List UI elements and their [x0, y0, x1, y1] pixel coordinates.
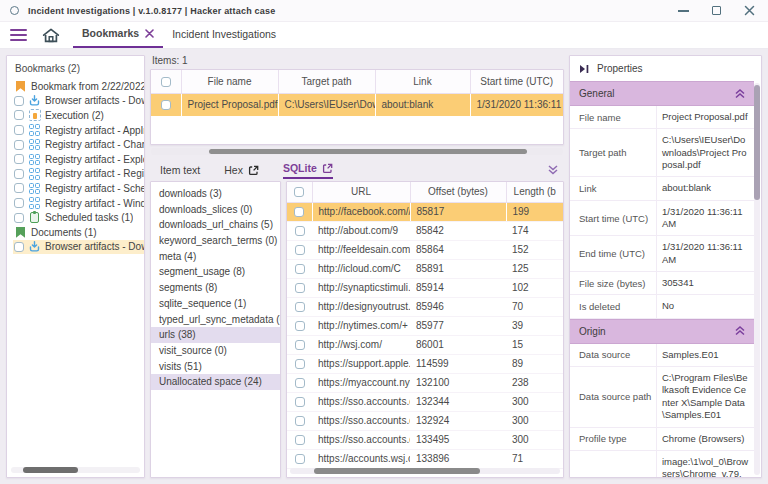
sqlite-table-item[interactable]: sqlite_sequence (1) [151, 296, 280, 312]
sqlite-table-item[interactable]: segment_usage (8) [151, 264, 280, 280]
sqlite-table-item[interactable]: visit_source (0) [151, 343, 280, 359]
checkbox[interactable] [295, 302, 305, 312]
url-row[interactable]: http://wsj.com/ 86001 15 [287, 335, 563, 354]
column-length[interactable]: Length (b [506, 182, 563, 202]
tree-item-registry[interactable]: Registry artifact - AppInitl [13, 123, 144, 138]
sqlite-table-item[interactable]: downloads_url_chains (5) [151, 217, 280, 233]
checkbox[interactable] [295, 226, 305, 236]
checkbox[interactable] [295, 359, 305, 369]
url-row[interactable]: https://myaccount.nyt 132100 238 [287, 373, 563, 392]
checkbox[interactable] [294, 207, 304, 217]
checkbox[interactable] [161, 100, 171, 110]
checkbox[interactable] [295, 321, 305, 331]
tree-item-registry[interactable]: Registry artifact - Register [13, 167, 144, 182]
tab-hex[interactable]: Hex [224, 164, 259, 179]
tree-item-documents[interactable]: Documents (1) [13, 225, 144, 240]
maximize-button[interactable] [709, 4, 723, 18]
scrollbar-thumb[interactable] [314, 468, 480, 474]
minimize-button[interactable] [676, 4, 690, 18]
column-url[interactable]: URL [312, 182, 410, 202]
items-table-horizontal-scrollbar [151, 148, 563, 155]
tab-close-icon[interactable] [145, 29, 154, 38]
column-link[interactable]: Link [375, 70, 470, 93]
tab-bookmarks[interactable]: Bookmarks [73, 22, 163, 48]
tab-sqlite[interactable]: SQLite [283, 162, 333, 179]
checkbox[interactable] [294, 187, 304, 197]
column-file-name[interactable]: File name [181, 70, 278, 93]
tree-item-bookmark[interactable]: Bookmark from 2/22/2022 1: [13, 79, 144, 94]
sqlite-table-item-selected[interactable]: urls (38) [151, 327, 280, 343]
tree-item-registry[interactable]: Registry artifact - Explorer [13, 152, 144, 167]
scrollbar-thumb[interactable] [23, 467, 78, 473]
checkbox[interactable] [14, 96, 24, 106]
checkbox[interactable] [295, 435, 305, 445]
checkbox[interactable] [14, 140, 24, 150]
sqlite-table-item[interactable]: meta (4) [151, 249, 280, 265]
sqlite-table-item[interactable]: typed_url_sync_metadata (0) [151, 312, 280, 328]
checkbox[interactable] [161, 77, 171, 87]
checkbox[interactable] [295, 340, 305, 350]
url-row[interactable]: https://sso.accounts.d 133495 300 [287, 430, 563, 449]
items-table-row-selected[interactable]: Project Proposal.pdf C:\Users\IEUser\Dow… [151, 93, 563, 116]
checkbox[interactable] [295, 245, 305, 255]
checkbox[interactable] [14, 169, 24, 179]
close-icon [744, 5, 755, 16]
url-row[interactable]: http://icloud.com/C 85891 125 [287, 259, 563, 278]
checkbox[interactable] [295, 416, 305, 426]
url-row[interactable]: http://about.com/9 85842 174 [287, 221, 563, 240]
url-row[interactable]: http://synapticstimuli.c 85914 102 [287, 278, 563, 297]
sqlite-table-item[interactable]: downloads (3) [151, 186, 280, 202]
menu-button[interactable] [10, 22, 27, 48]
sqlite-table-item-unallocated[interactable]: Unallocated space (24) [151, 374, 280, 390]
scrollbar-thumb[interactable] [209, 149, 527, 154]
url-row[interactable]: https://sso.accounts.d 132924 300 [287, 411, 563, 430]
checkbox[interactable] [295, 378, 305, 388]
bookmarks-tree-panel: Bookmarks (2) Bookmark from 2/22/2022 1:… [6, 55, 145, 478]
section-general[interactable]: General [570, 81, 754, 106]
sqlite-table-item[interactable]: downloads_slices (0) [151, 202, 280, 218]
home-button[interactable] [42, 22, 60, 48]
checkbox[interactable] [14, 183, 24, 193]
checkbox[interactable] [14, 125, 24, 135]
url-row[interactable]: http://nytimes.com/+ 85977 39 [287, 316, 563, 335]
sqlite-table-item[interactable]: keyword_search_terms (0) [151, 233, 280, 249]
pin-panel-icon[interactable] [579, 64, 589, 74]
collapse-panel-button[interactable] [547, 165, 559, 177]
tree-item-registry[interactable]: Registry artifact - Change [13, 137, 144, 152]
checkbox[interactable] [295, 264, 305, 274]
url-row[interactable]: https://sso.accounts.d 132344 300 [287, 392, 563, 411]
checkbox[interactable] [295, 397, 305, 407]
tab-item-text[interactable]: Item text [160, 164, 200, 179]
checkbox[interactable] [14, 213, 24, 223]
checkbox[interactable] [14, 110, 24, 120]
sqlite-table-item[interactable]: segments (8) [151, 280, 280, 296]
url-row[interactable]: https://support.apple.c 114599 89 [287, 354, 563, 373]
main-area: Bookmarks (2) Bookmark from 2/22/2022 1:… [0, 49, 768, 484]
tree-item-execution[interactable]: Execution (2) [13, 108, 144, 123]
checkbox[interactable] [14, 154, 24, 164]
tree-item-scheduled-tasks[interactable]: Scheduled tasks (1) [13, 210, 144, 225]
url-row-selected[interactable]: http://facebook.com// 85817 199 [287, 202, 563, 221]
column-offset[interactable]: Offset (bytes) [410, 182, 506, 202]
sqlite-table-item[interactable]: visits (51) [151, 359, 280, 375]
select-all-checkbox-cell[interactable] [287, 182, 312, 202]
tree-item-registry[interactable]: Registry artifact - Schedul [13, 181, 144, 196]
tab-incident-investigations[interactable]: Incident Investigations [163, 22, 285, 48]
property-row: File name Project Proposal.pdf [570, 106, 754, 129]
url-row[interactable]: https://accounts.wsj.cc 133896 71 [287, 449, 563, 468]
tree-item-registry[interactable]: Registry artifact - Window [13, 196, 144, 211]
checkbox[interactable] [295, 283, 305, 293]
scrollbar-thumb[interactable] [754, 85, 760, 200]
checkbox[interactable] [14, 242, 24, 252]
tree-item-browser-artifacts[interactable]: Browser artifacts - Downlo [13, 94, 144, 109]
column-target-path[interactable]: Target path [278, 70, 375, 93]
select-all-checkbox-cell[interactable] [151, 70, 181, 93]
checkbox[interactable] [14, 198, 24, 208]
section-origin[interactable]: Origin [570, 319, 754, 344]
close-button[interactable] [742, 4, 756, 18]
url-row[interactable]: http://feeldesain.com/ 85864 152 [287, 240, 563, 259]
column-start-time[interactable]: Start time (UTC) [470, 70, 563, 93]
tree-item-browser-artifacts-selected[interactable]: Browser artifacts - Downl [13, 240, 144, 255]
checkbox[interactable] [295, 454, 305, 464]
url-row[interactable]: http://designyoutrust. 85946 70 [287, 297, 563, 316]
